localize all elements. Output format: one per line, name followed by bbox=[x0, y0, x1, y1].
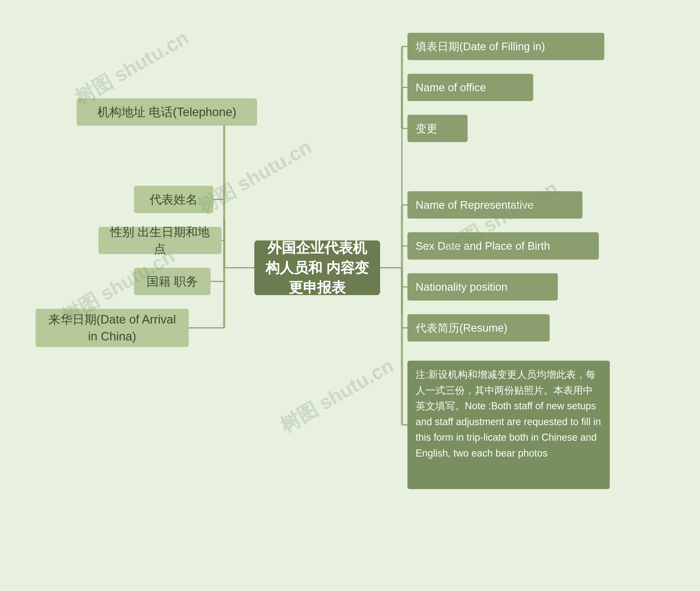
right-node-nationality: Nationality position bbox=[407, 273, 558, 301]
ln2-label: 代表姓名 bbox=[150, 191, 198, 208]
left-node-sex-birth-place: 性别 出生日期和地点 bbox=[99, 227, 222, 254]
left-node-arrival-date: 来华日期(Date of Arrival in China) bbox=[36, 309, 189, 347]
rn5-label: Sex Date and Place of Birth bbox=[416, 238, 550, 254]
rn4-label: Name of Representative bbox=[416, 197, 533, 212]
right-node-change: 变更 bbox=[407, 115, 468, 142]
right-node-sex-birth: Sex Date and Place of Birth bbox=[407, 232, 599, 260]
watermark-1: 树图 shutu.cn bbox=[70, 24, 193, 111]
rn7-label: 代表简历(Resume) bbox=[416, 320, 508, 335]
center-label: 外国企业代表机构人员和 内容变更申报表 bbox=[265, 238, 369, 298]
rn3-label: 变更 bbox=[416, 121, 438, 136]
left-node-rep-name: 代表姓名 bbox=[134, 186, 213, 213]
ln3-label: 性别 出生日期和地点 bbox=[107, 223, 213, 257]
right-node-note: 注:新设机构和增减变更人员均增此表，每人一式三份，其中两份贴照片。本表用中英文填… bbox=[407, 361, 610, 489]
watermark-4: 树图 shutu.cn bbox=[275, 352, 398, 439]
right-node-name-of-representative: Name of Representative bbox=[407, 191, 582, 218]
rn1-label: 填表日期(Date of Filling in) bbox=[416, 39, 545, 54]
ln5-label: 来华日期(Date of Arrival in China) bbox=[44, 311, 180, 344]
left-node-nationality-position: 国籍 职务 bbox=[134, 268, 211, 295]
rn2-label: Name of office bbox=[416, 80, 486, 95]
rn6-label: Nationality position bbox=[416, 279, 508, 294]
ln4-label: 国籍 职务 bbox=[147, 273, 198, 290]
svg-rect-1 bbox=[401, 47, 403, 128]
rn8-label: 注:新设机构和增减变更人员均增此表，每人一式三份，其中两份贴照片。本表用中英文填… bbox=[416, 367, 601, 461]
center-node: 外国企业代表机构人员和 内容变更申报表 bbox=[254, 241, 380, 295]
right-node-name-of-office: Name of office bbox=[407, 74, 533, 101]
right-node-filling-date: 填表日期(Date of Filling in) bbox=[407, 33, 604, 60]
right-node-resume: 代表简历(Resume) bbox=[407, 314, 549, 341]
svg-rect-6 bbox=[401, 205, 403, 425]
svg-rect-14 bbox=[223, 112, 225, 328]
left-node-address-telephone: 机构地址 电话(Telephone) bbox=[76, 98, 257, 126]
ln1-label: 机构地址 电话(Telephone) bbox=[97, 104, 237, 121]
